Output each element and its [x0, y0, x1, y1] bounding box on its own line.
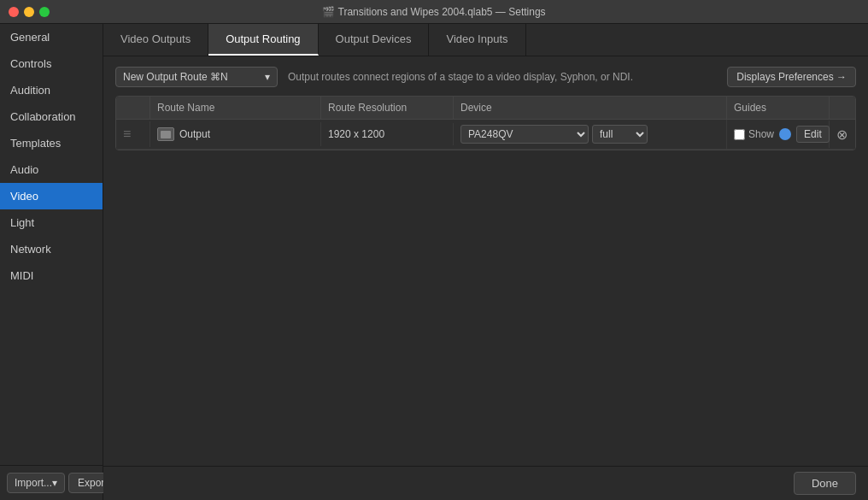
edit-button[interactable]: Edit	[796, 126, 830, 143]
description-text: Output routes connect regions of a stage…	[288, 71, 717, 83]
route-icon-inner	[161, 131, 171, 138]
tab-output-routing[interactable]: Output Routing	[208, 24, 318, 56]
col-header-resolution: Route Resolution	[321, 97, 454, 119]
window-title: 🎬 Transitions and Wipes 2004.qlab5 — Set…	[322, 6, 545, 18]
col-header-route-name: Route Name	[150, 97, 321, 119]
sidebar-item-midi[interactable]: MIDI	[0, 262, 103, 289]
sidebar-item-audio[interactable]: Audio	[0, 156, 103, 183]
tab-video-outputs[interactable]: Video Outputs	[103, 24, 208, 56]
table-header: Route Name Route Resolution Device Guide…	[116, 97, 855, 120]
sidebar-item-collaboration[interactable]: Collaboration	[0, 103, 103, 130]
sidebar-item-video[interactable]: Video	[0, 183, 103, 209]
guides-cell: Show Edit	[727, 121, 830, 148]
resolution-cell: 1920 x 1200	[321, 123, 454, 145]
show-checkbox-label[interactable]: Show	[734, 128, 774, 140]
col-header-actions	[830, 97, 855, 119]
col-header-drag	[116, 97, 150, 119]
col-header-device: Device	[454, 97, 727, 119]
route-icon	[157, 127, 174, 141]
close-button[interactable]	[9, 7, 19, 17]
displays-preferences-button[interactable]: Displays Preferences →	[727, 67, 856, 87]
dropdown-arrow-icon: ▾	[265, 71, 270, 83]
sidebar-bottom: Import... ▾ Export...	[0, 465, 103, 500]
sidebar-item-audition[interactable]: Audition	[0, 77, 103, 103]
panel-topbar: New Output Route ⌘N ▾ Output routes conn…	[115, 67, 856, 87]
drag-handle-cell[interactable]: ≡	[116, 121, 150, 147]
tab-output-devices[interactable]: Output Devices	[319, 24, 430, 56]
full-select[interactable]: full	[592, 125, 648, 144]
content-area: Video Outputs Output Routing Output Devi…	[103, 24, 868, 500]
tab-video-inputs[interactable]: Video Inputs	[429, 24, 525, 56]
remove-cell: ⊗	[830, 121, 855, 148]
sidebar-item-light[interactable]: Light	[0, 209, 103, 236]
sidebar-item-controls[interactable]: Controls	[0, 50, 103, 77]
device-cell: PA248QV full	[454, 120, 727, 149]
minimize-button[interactable]	[24, 7, 34, 17]
main-layout: General Controls Audition Collaboration …	[0, 24, 868, 500]
bottom-bar: Done	[103, 466, 868, 500]
new-route-dropdown[interactable]: New Output Route ⌘N ▾	[115, 67, 278, 87]
close-icon: ⊗	[836, 126, 847, 143]
col-header-guides: Guides	[727, 97, 830, 119]
show-checkbox[interactable]	[734, 129, 745, 140]
route-table: Route Name Route Resolution Device Guide…	[115, 96, 856, 150]
sidebar-item-templates[interactable]: Templates	[0, 130, 103, 156]
sidebar: General Controls Audition Collaboration …	[0, 24, 103, 500]
titlebar: 🎬 Transitions and Wipes 2004.qlab5 — Set…	[0, 0, 868, 24]
sidebar-item-network[interactable]: Network	[0, 236, 103, 262]
done-button[interactable]: Done	[794, 472, 856, 495]
route-name-cell: Output	[150, 122, 321, 146]
table-row: ≡ Output 1920 x 1200 PA248QV	[116, 120, 855, 150]
import-button[interactable]: Import... ▾	[7, 473, 65, 493]
sidebar-item-general[interactable]: General	[0, 24, 103, 50]
maximize-button[interactable]	[39, 7, 50, 17]
panel-content: New Output Route ⌘N ▾ Output routes conn…	[103, 56, 868, 466]
tabs-bar: Video Outputs Output Routing Output Devi…	[103, 24, 868, 56]
drag-handle-icon: ≡	[123, 126, 131, 142]
chevron-down-icon: ▾	[52, 477, 57, 489]
window-controls[interactable]	[9, 7, 50, 17]
color-dot[interactable]	[779, 128, 791, 140]
remove-button[interactable]: ⊗	[836, 126, 847, 143]
sidebar-spacer	[0, 289, 103, 465]
device-select[interactable]: PA248QV	[460, 125, 589, 144]
